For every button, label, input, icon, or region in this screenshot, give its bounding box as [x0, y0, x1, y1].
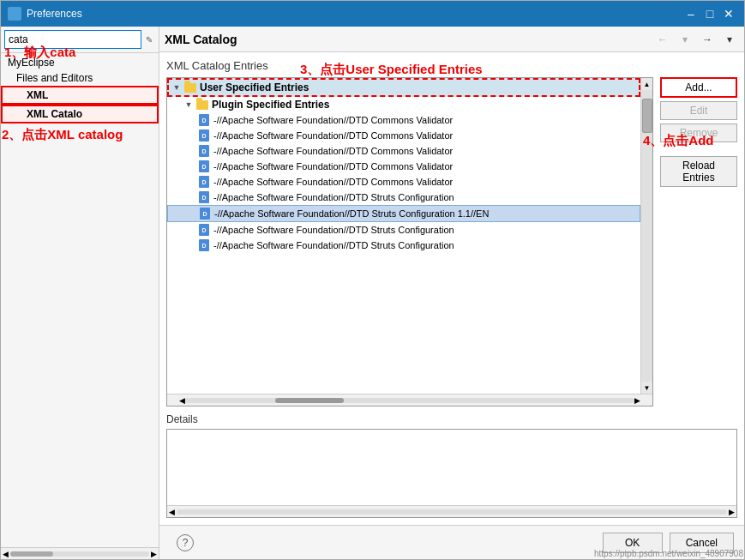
cancel-button[interactable]: Cancel	[670, 533, 734, 553]
entry-label-user-specified: User Specified Entries	[200, 81, 309, 93]
expand-icon-user: ▼	[172, 83, 181, 92]
catalog-entry-dtd-6[interactable]: D -//Apache Software Foundation//DTD Str…	[167, 205, 640, 222]
entry-label-dtd-0: -//Apache Software Foundation//DTD Commo…	[213, 115, 453, 125]
hscroll-thumb[interactable]	[275, 398, 344, 403]
entry-label-dtd-1: -//Apache Software Foundation//DTD Commo…	[213, 130, 453, 141]
hscroll-right-button[interactable]: ▶	[634, 396, 640, 405]
title-bar: Preferences – □ ✕	[1, 1, 744, 27]
right-panel: XML Catalog ← ▾ → ▾ XML Catalog Entries	[159, 27, 744, 559]
details-scroll-left[interactable]: ◀	[169, 508, 175, 516]
hscroll-left-button[interactable]: ◀	[179, 396, 185, 405]
folder-icon-plugin	[196, 99, 208, 111]
add-button[interactable]: Add...	[660, 77, 737, 98]
remove-button[interactable]: Remove	[660, 123, 737, 142]
details-text-area	[167, 430, 736, 505]
folder-icon-user	[184, 81, 196, 93]
dtd-icon-2: D	[198, 145, 210, 157]
dtd-icon-6: D	[199, 208, 211, 220]
catalog-entry-plugin-specified[interactable]: ▼ Plugin Specified Entries	[167, 97, 640, 112]
back-dropdown-button[interactable]: ▾	[676, 30, 694, 49]
maximize-button[interactable]: □	[701, 5, 718, 22]
right-toolbar: XML Catalog ← ▾ → ▾	[159, 27, 744, 52]
dtd-icon-3: D	[198, 160, 210, 172]
entry-label-dtd-8: -//Apache Software Foundation//DTD Strut…	[213, 240, 454, 250]
panel-title: XML Catalog	[165, 33, 650, 46]
forward-button[interactable]: →	[698, 30, 717, 49]
catalog-buttons: Add... Edit Remove Reload Entries	[660, 77, 737, 406]
dtd-icon-8: D	[198, 239, 210, 251]
entry-label-dtd-4: -//Apache Software Foundation//DTD Commo…	[213, 177, 453, 187]
sidebar-item-xml-catalog[interactable]: XML Catalo	[1, 105, 159, 123]
vscroll-down-button[interactable]: ▼	[641, 382, 653, 394]
dtd-icon-4: D	[198, 176, 210, 188]
details-section: Details ◀ ▶	[159, 413, 744, 525]
catalog-entry-dtd-2[interactable]: D -//Apache Software Foundation//DTD Com…	[167, 143, 640, 159]
dtd-icon-0: D	[198, 114, 210, 126]
hscroll-track	[185, 398, 634, 403]
catalog-tree: ▼ User Specified Entries ▼	[167, 78, 640, 394]
sidebar-scroll-left[interactable]: ◀	[3, 550, 9, 558]
search-input[interactable]: cata	[4, 30, 141, 49]
catalog-hscroll: ◀ ▶	[167, 394, 652, 406]
sidebar-tree: MyEclipse Files and Editors XML XML Cata…	[1, 53, 159, 547]
details-label: Details	[166, 413, 737, 425]
search-clear-button[interactable]: ✎	[143, 33, 155, 46]
catalog-entry-dtd-5[interactable]: D -//Apache Software Foundation//DTD Str…	[167, 190, 640, 205]
catalog-entry-dtd-3[interactable]: D -//Apache Software Foundation//DTD Com…	[167, 159, 640, 174]
vscroll-thumb[interactable]	[642, 99, 652, 133]
sidebar-scroll-right[interactable]: ▶	[151, 550, 157, 558]
app-icon	[8, 7, 21, 21]
catalog-entry-dtd-8[interactable]: D -//Apache Software Foundation//DTD Str…	[167, 238, 640, 253]
title-bar-text: Preferences	[27, 8, 682, 20]
reload-entries-button[interactable]: Reload Entries	[660, 156, 737, 187]
catalog-panel: XML Catalog Entries ▼	[159, 52, 744, 413]
help-button[interactable]: ?	[177, 534, 194, 551]
sidebar-search-bar: cata ✎	[1, 27, 159, 53]
dtd-icon-7: D	[198, 224, 210, 236]
back-button[interactable]: ←	[653, 30, 672, 49]
sidebar-item-xml[interactable]: XML	[1, 86, 159, 105]
ok-button[interactable]: OK	[603, 533, 663, 553]
details-scroll-right[interactable]: ▶	[729, 508, 735, 516]
sidebar-item-files-and-editors[interactable]: Files and Editors	[1, 70, 159, 86]
sidebar-item-myeclipse[interactable]: MyEclipse	[1, 55, 159, 70]
expand-icon-plugin: ▼	[184, 100, 193, 109]
forward-dropdown-button[interactable]: ▾	[720, 30, 739, 49]
sidebar: cata ✎ MyEclipse Files and Editors XML X…	[1, 27, 159, 559]
entry-label-dtd-2: -//Apache Software Foundation//DTD Commo…	[213, 146, 453, 156]
bottom-bar: ? OK Cancel	[159, 525, 744, 559]
vscroll-track	[641, 90, 653, 382]
dtd-icon-5: D	[198, 191, 210, 203]
title-bar-controls: – □ ✕	[682, 5, 737, 22]
catalog-content: ▼ User Specified Entries ▼	[166, 77, 737, 406]
main-content: cata ✎ MyEclipse Files and Editors XML X…	[1, 27, 744, 559]
dtd-icon-1: D	[198, 129, 210, 142]
edit-button[interactable]: Edit	[660, 101, 737, 120]
entry-label-dtd-7: -//Apache Software Foundation//DTD Strut…	[213, 225, 454, 235]
entry-label-dtd-6: -//Apache Software Foundation//DTD Strut…	[214, 208, 489, 219]
catalog-vscroll: ▲ ▼	[640, 78, 652, 394]
entry-label-dtd-3: -//Apache Software Foundation//DTD Commo…	[213, 161, 453, 172]
entry-label-dtd-5: -//Apache Software Foundation//DTD Strut…	[213, 192, 454, 202]
preferences-window: Preferences – □ ✕ cata ✎ MyEclipse Files…	[0, 0, 745, 560]
catalog-entry-dtd-7[interactable]: D -//Apache Software Foundation//DTD Str…	[167, 222, 640, 238]
close-button[interactable]: ✕	[720, 5, 737, 22]
details-content: ◀ ▶	[166, 429, 737, 518]
catalog-entry-dtd-1[interactable]: D -//Apache Software Foundation//DTD Com…	[167, 128, 640, 143]
catalog-entry-dtd-0[interactable]: D -//Apache Software Foundation//DTD Com…	[167, 112, 640, 128]
entry-label-plugin-specified: Plugin Specified Entries	[212, 99, 329, 111]
catalog-entry-user-specified[interactable]: ▼ User Specified Entries	[167, 78, 640, 97]
vscroll-up-button[interactable]: ▲	[641, 78, 653, 90]
minimize-button[interactable]: –	[682, 5, 700, 22]
catalog-header: XML Catalog Entries	[166, 59, 737, 72]
catalog-entry-dtd-4[interactable]: D -//Apache Software Foundation//DTD Com…	[167, 174, 640, 190]
